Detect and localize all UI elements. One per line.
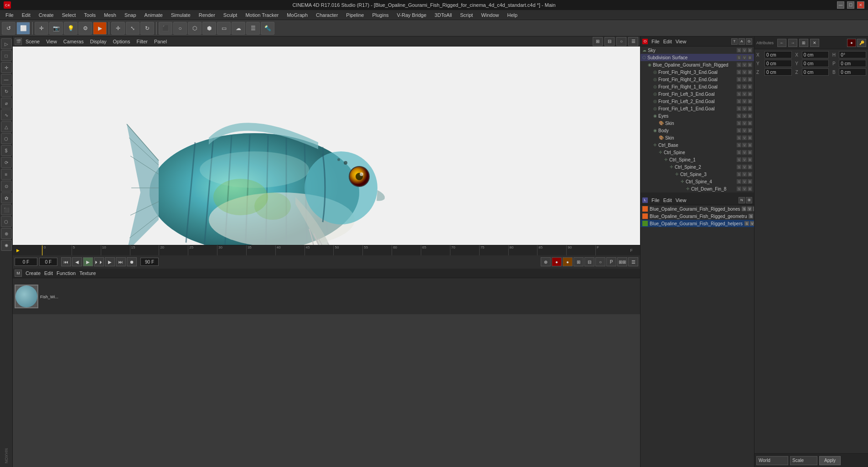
orange-button[interactable]: ● (563, 257, 573, 266)
menu-item-sculpt[interactable]: Sculpt (220, 11, 241, 19)
left-tool-ring[interactable]: ⊙ (1, 181, 12, 192)
left-tool-rotate[interactable]: ↻ (1, 86, 12, 97)
object-list-item[interactable]: ◎Front_Fin_Left_1_End.GoalSVB (641, 105, 754, 112)
object-visibility-s[interactable]: S (737, 92, 741, 96)
object-list-item[interactable]: ◉BodySVB (641, 127, 754, 134)
viewport-icon-3[interactable]: ○ (616, 37, 626, 46)
object-visibility-v[interactable]: V (742, 114, 747, 118)
attr-btn-2[interactable]: → (788, 39, 797, 47)
current-frame-field[interactable]: 0 F (15, 258, 37, 266)
red-button[interactable]: ● (552, 257, 562, 266)
fps-field[interactable]: 90 F (140, 258, 159, 266)
object-visibility-b[interactable]: B (748, 187, 752, 191)
menu-item-snap[interactable]: Snap (121, 11, 140, 19)
left-tool-select[interactable]: ▷ (1, 38, 12, 49)
menu-item-v-ray-bridge[interactable]: V-Ray Bridge (393, 11, 430, 19)
attr-z-pos-field[interactable]: 0 cm (765, 68, 792, 76)
object-list-view[interactable]: View (676, 39, 687, 44)
viewport-menu-view[interactable]: View (43, 38, 60, 45)
object-visibility-b[interactable]: B (748, 157, 752, 162)
layer-list-view[interactable]: View (676, 197, 687, 203)
timeline-btn-8[interactable]: ⊞⊞ (617, 257, 627, 266)
left-tool-move[interactable]: ✛ (1, 62, 12, 73)
sky-button[interactable]: ☁ (232, 22, 245, 35)
left-tool-hex2[interactable]: ⬡ (1, 216, 12, 227)
timeline-btn-7[interactable]: P (606, 257, 616, 266)
timeline-btn-4[interactable]: ⊞ (574, 257, 584, 266)
object-list-item[interactable]: ◎Front_Fin_Left_2_End.GoalSVB (641, 98, 754, 105)
menu-item-pipeline[interactable]: Pipeline (342, 11, 367, 19)
menu-item-plugins[interactable]: Plugins (368, 11, 392, 19)
attr-b-val-field[interactable]: 0 cm (839, 68, 866, 76)
floor-button[interactable]: ▭ (217, 22, 231, 35)
obj-list-btn-3[interactable]: G (746, 38, 752, 45)
object-list-file[interactable]: File (651, 39, 660, 44)
object-visibility-s[interactable]: S (737, 106, 741, 111)
menu-item-file[interactable]: File (2, 11, 17, 19)
object-visibility-v[interactable]: V (742, 157, 747, 162)
left-tool-circle[interactable]: ⌀ (1, 98, 12, 109)
viewport-menu-panel[interactable]: Panel (151, 38, 170, 45)
left-tool-fill[interactable]: ⬛ (1, 204, 12, 215)
cylinder-button[interactable]: ⬡ (188, 22, 202, 35)
object-visibility-s[interactable]: S (737, 172, 741, 176)
scale-mode-dropdown[interactable]: Scale (790, 456, 817, 465)
object-visibility-b[interactable]: B (748, 70, 752, 74)
object-list-item[interactable]: ◉EyesSVB (641, 112, 754, 119)
object-visibility-v[interactable]: V (742, 48, 747, 52)
object-visibility-b[interactable]: B (748, 179, 752, 184)
object-visibility-s[interactable]: S (737, 62, 741, 67)
camera-button[interactable]: 📷 (49, 22, 63, 35)
rotate-tool-button[interactable]: ↻ (140, 22, 154, 35)
menu-item-tools[interactable]: Tools (80, 11, 99, 19)
frame-start-field[interactable]: 0 F (39, 258, 57, 266)
menu-item-animate[interactable]: Animate (141, 11, 166, 19)
live-select-button[interactable]: ⬜ (16, 22, 30, 35)
obj-list-btn-2[interactable]: A (739, 38, 745, 45)
attr-btn-3[interactable]: ⊞ (799, 39, 808, 47)
scene-icon[interactable]: 🎬 (15, 38, 22, 45)
viewport-menu-display[interactable]: Display (87, 38, 109, 45)
object-visibility-s[interactable]: S (737, 179, 741, 184)
object-visibility-b[interactable]: B (748, 84, 752, 89)
object-visibility-v[interactable]: V (742, 106, 747, 111)
play-reverse-button[interactable]: ⏵⏵ (94, 257, 104, 266)
object-list-item[interactable]: ⬡Subdivision SurfaceSVB (641, 54, 754, 61)
maximize-button[interactable]: ☐ (847, 1, 854, 9)
viewport-menu-filter[interactable]: Filter (134, 38, 150, 45)
object-visibility-s[interactable]: S (737, 99, 741, 104)
object-visibility-s[interactable]: S (737, 150, 741, 155)
menu-item-character[interactable]: Character (312, 11, 341, 19)
go-start-button[interactable]: ⏮ (61, 257, 71, 266)
menu-item-window[interactable]: Window (477, 11, 502, 19)
left-tool-grid[interactable]: ≡ (1, 169, 12, 180)
timeline-ruler-ticks[interactable]: 051015202530354045505560657075808590F (42, 245, 625, 255)
left-tool-spline[interactable]: ∿ (1, 109, 12, 120)
object-list-item[interactable]: ✛Ctrl_Spine_3SVB (641, 171, 754, 178)
object-visibility-v[interactable]: V (742, 165, 747, 169)
attr-z-val-field[interactable]: 0 cm (802, 68, 829, 76)
timeline-btn-6[interactable]: ○ (595, 257, 605, 266)
object-visibility-s[interactable]: S (737, 135, 741, 140)
layer-icon-s[interactable]: S (744, 221, 749, 226)
object-visibility-b[interactable]: B (748, 92, 752, 96)
object-visibility-s[interactable]: S (737, 114, 741, 118)
viewport[interactable] (13, 47, 640, 245)
object-visibility-b[interactable]: B (748, 143, 752, 147)
timeline-btn-5[interactable]: ⊟ (584, 257, 594, 266)
render-settings-button[interactable]: ⚙ (78, 22, 92, 35)
keyframe-button[interactable]: ⊕ (541, 257, 551, 266)
object-visibility-b[interactable]: B (748, 62, 752, 67)
object-visibility-b[interactable]: B (748, 55, 752, 60)
object-visibility-v[interactable]: V (742, 179, 747, 184)
undo-button[interactable]: ↺ (2, 22, 16, 35)
viewport-icon-1[interactable]: ⊞ (593, 37, 603, 46)
object-visibility-v[interactable]: V (742, 77, 747, 82)
left-tool-flower[interactable]: ✿ (1, 192, 12, 203)
attr-btn-4[interactable]: ✕ (810, 39, 819, 47)
left-tool-refresh[interactable]: ⟳ (1, 157, 12, 168)
move-tool-button[interactable]: ✛ (111, 22, 125, 35)
minimize-button[interactable]: — (837, 1, 844, 9)
object-visibility-b[interactable]: B (748, 106, 752, 111)
object-visibility-s[interactable]: S (737, 121, 741, 125)
